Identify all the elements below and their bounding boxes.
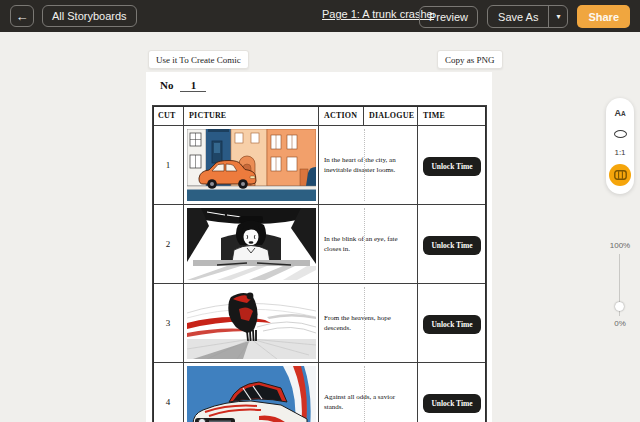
table-row: 2 — [153, 205, 487, 284]
action-dialogue-divider — [364, 287, 365, 359]
cut-number: 2 — [153, 205, 184, 284]
hero-panel-image — [187, 287, 316, 359]
action-dialogue-cell[interactable]: In the heart of the city, an inevitable … — [319, 126, 418, 205]
action-dialogue-divider — [364, 208, 365, 280]
zoom-slider-thumb[interactable] — [615, 302, 624, 311]
storyboard-picture-3[interactable] — [184, 284, 319, 363]
zoom-min-label: 0% — [604, 319, 636, 328]
action-dialogue-cell[interactable]: Against all odds, a savior stands. — [319, 363, 418, 422]
time-cell: Unlock Time — [418, 205, 487, 284]
top-bar: ← All Storyboards Page 1: A trunk crashe… — [0, 0, 640, 32]
city-street-panel-image — [187, 129, 316, 201]
unlock-time-button[interactable]: Unlock Time — [423, 394, 480, 413]
action-text: In the heart of the city, an inevitable … — [324, 156, 396, 174]
cut-number: 1 — [153, 126, 184, 205]
table-row: 4 — [153, 363, 487, 422]
table-header-row: CUT PICTURE ACTION DIALOGUE TIME — [153, 106, 487, 126]
action-dialogue-cell[interactable]: From the heavens, hope descends. — [319, 284, 418, 363]
zoom-max-label: 100% — [604, 241, 636, 250]
share-button[interactable]: Share — [577, 5, 630, 28]
back-button[interactable]: ← — [10, 5, 34, 27]
table-row: 1 — [153, 126, 487, 205]
storyboard-picture-2[interactable] — [184, 205, 319, 284]
unlock-time-button[interactable]: Unlock Time — [423, 236, 480, 255]
copy-as-png-button[interactable]: Copy as PNG — [437, 50, 503, 69]
all-storyboards-button[interactable]: All Storyboards — [42, 5, 137, 27]
topbar-right-group: Preview Save As ▾ Share — [419, 5, 630, 28]
no-label: No — [160, 79, 173, 91]
action-text: Against all odds, a savior stands. — [324, 393, 395, 411]
column-header-time: TIME — [418, 106, 487, 126]
back-arrow-icon: ← — [16, 9, 29, 24]
chevron-down-icon[interactable]: ▾ — [549, 6, 567, 27]
ellipse-tool-icon[interactable] — [610, 127, 630, 141]
use-to-create-comic-button[interactable]: Use it To Create Comic — [148, 50, 249, 69]
time-cell: Unlock Time — [418, 363, 487, 422]
storyboard-table: CUT PICTURE ACTION DIALOGUE TIME 1 — [152, 105, 487, 422]
driver-panel-image — [187, 208, 316, 280]
action-dialogue-cell[interactable]: In the blink of an eye, fate closes in. — [319, 205, 418, 284]
cut-number: 3 — [153, 284, 184, 363]
muscle-car-panel-image — [187, 366, 316, 422]
font-size-icon[interactable]: AA — [610, 106, 630, 120]
save-as-split-button: Save As ▾ — [487, 5, 568, 28]
action-text: In the blink of an eye, fate closes in. — [324, 235, 398, 253]
unlock-time-button[interactable]: Unlock Time — [423, 315, 480, 334]
frame-tool-active-button[interactable] — [609, 164, 631, 186]
cut-number: 4 — [153, 363, 184, 422]
unlock-time-button[interactable]: Unlock Time — [423, 157, 480, 176]
page-number-value[interactable]: 1 — [180, 79, 206, 92]
storyboard-picture-4[interactable] — [184, 363, 319, 422]
column-header-cut: CUT — [153, 106, 184, 126]
app-window: ← All Storyboards Page 1: A trunk crashe… — [0, 0, 640, 422]
table-row: 3 — [153, 284, 487, 363]
column-header-picture: PICTURE — [184, 106, 319, 126]
topbar-left-group: ← All Storyboards — [10, 5, 137, 27]
preview-button[interactable]: Preview — [419, 6, 478, 28]
action-dialogue-divider — [364, 129, 365, 201]
storyboard-page: No1 CUT PICTURE ACTION DIALOGUE TIME 1 — [146, 72, 492, 422]
time-cell: Unlock Time — [418, 126, 487, 205]
save-as-button[interactable]: Save As — [488, 6, 548, 27]
page-number-line: No1 — [160, 79, 206, 92]
storyboard-picture-1[interactable] — [184, 126, 319, 205]
column-header-action: ACTION — [319, 106, 364, 126]
action-text: From the heavens, hope descends. — [324, 314, 391, 332]
tool-rail: AA 1:1 — [606, 98, 634, 194]
film-frame-icon — [614, 170, 627, 180]
time-cell: Unlock Time — [418, 284, 487, 363]
aspect-ratio-button[interactable]: 1:1 — [614, 148, 625, 157]
column-header-dialogue: DIALOGUE — [364, 106, 418, 126]
page-title-link[interactable]: Page 1: A trunk crashed a ca — [322, 8, 434, 20]
